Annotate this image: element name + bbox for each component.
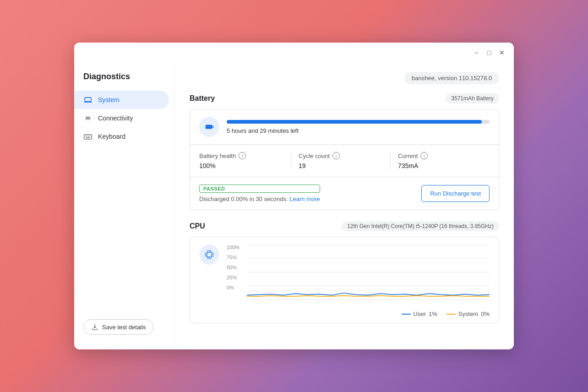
battery-time: 5 hours and 29 minutes left (227, 127, 490, 134)
cycle-count-stat: Cycle count i 19 (291, 152, 391, 169)
cpu-system-legend: System 0% (446, 310, 490, 317)
sidebar-title: Diagnostics (74, 70, 174, 91)
battery-result-row: PASSED Discharged 0.00% in 30 seconds. L… (190, 177, 499, 210)
connectivity-icon (83, 114, 93, 123)
cpu-badge: 12th Gen Intel(R) Core(TM) i5-1240P (16 … (342, 221, 499, 231)
minimize-button[interactable]: − (470, 46, 483, 59)
sidebar-item-system[interactable]: System (74, 91, 169, 109)
battery-bar-content: 5 hours and 29 minutes left (227, 120, 490, 134)
cpu-chart-labels: 100% 75% 50% 25% 0% (227, 245, 245, 290)
app-window: − □ ✕ Diagnostics System (74, 43, 514, 349)
content-area: Diagnostics System Conn (74, 63, 514, 349)
sidebar-item-connectivity[interactable]: Connectivity (74, 109, 169, 127)
battery-health-stat: Battery health i 100% (199, 152, 291, 169)
cpu-card: 100% 75% 50% 25% 0% (190, 237, 499, 323)
svg-rect-1 (85, 98, 91, 101)
main-content: banshee, version 110.15278.0 Battery 357… (175, 63, 514, 349)
passed-badge: PASSED (199, 185, 320, 193)
cpu-icon-circle (199, 245, 219, 265)
cycle-count-label: Cycle count i (299, 152, 383, 159)
cpu-user-label: User (414, 310, 426, 317)
cpu-section-header: CPU 12th Gen Intel(R) Core(TM) i5-1240P … (190, 221, 499, 231)
current-stat: Current i 735mA (391, 152, 490, 169)
svg-point-2 (87, 117, 88, 119)
cpu-title: CPU (190, 222, 205, 230)
battery-section-header: Battery 3571mAh Battery (190, 93, 499, 103)
battery-progress-fill (227, 120, 482, 124)
battery-card: 5 hours and 29 minutes left Battery heal… (190, 109, 499, 210)
titlebar: − □ ✕ (74, 43, 514, 63)
cpu-chart: 100% 75% 50% 25% 0% (227, 245, 490, 299)
battery-icon-circle (199, 117, 219, 137)
cpu-usage-chart (247, 245, 490, 297)
cpu-chart-grid (247, 245, 490, 299)
battery-result-text: Discharged 0.00% in 30 seconds. Learn mo… (199, 196, 320, 202)
battery-health-info-icon[interactable]: i (239, 152, 246, 159)
sidebar-connectivity-label: Connectivity (98, 114, 133, 122)
current-label: Current i (398, 152, 482, 159)
sidebar-footer: Save test details (74, 312, 174, 342)
version-badge: banshee, version 110.15278.0 (404, 72, 499, 84)
system-legend-line (446, 314, 456, 315)
current-value: 735mA (398, 162, 482, 169)
laptop-icon (83, 95, 93, 104)
close-button[interactable]: ✕ (495, 46, 508, 59)
battery-health-label: Battery health i (199, 152, 283, 159)
maximize-button[interactable]: □ (483, 46, 495, 59)
battery-health-value: 100% (199, 162, 283, 169)
current-info-icon[interactable]: i (420, 152, 428, 159)
sidebar-keyboard-label: Keyboard (98, 133, 125, 140)
cpu-system-label: System (458, 310, 478, 317)
download-icon (91, 323, 98, 331)
cpu-icon (203, 249, 215, 261)
cpu-legend: User 1% System 0% (190, 307, 499, 323)
battery-badge: 3571mAh Battery (446, 93, 499, 103)
battery-result-left: PASSED Discharged 0.00% in 30 seconds. L… (199, 185, 320, 202)
sidebar-system-label: System (98, 96, 120, 103)
keyboard-icon (83, 132, 93, 141)
svg-rect-9 (206, 125, 212, 129)
battery-progress-bar (227, 120, 490, 124)
save-button-label: Save test details (102, 324, 146, 331)
cpu-user-legend: User 1% (402, 310, 437, 317)
battery-bar-row: 5 hours and 29 minutes left (190, 109, 499, 145)
battery-title: Battery (190, 94, 215, 103)
cycle-count-info-icon[interactable]: i (332, 152, 340, 159)
battery-icon (204, 122, 214, 132)
cpu-chart-area: 100% 75% 50% 25% 0% (190, 237, 499, 307)
battery-stats: Battery health i 100% Cycle count i 19 (190, 145, 499, 177)
cpu-user-value: 1% (429, 310, 437, 317)
cycle-count-value: 19 (299, 162, 383, 169)
learn-more-link[interactable]: Learn more (289, 196, 320, 202)
user-legend-line (402, 314, 411, 315)
sidebar-item-keyboard[interactable]: Keyboard (74, 127, 169, 146)
save-test-details-button[interactable]: Save test details (83, 319, 153, 335)
sidebar: Diagnostics System Conn (74, 63, 175, 349)
svg-rect-3 (84, 135, 92, 139)
run-discharge-test-button[interactable]: Run Discharge test (421, 185, 490, 202)
cpu-system-value: 0% (481, 310, 490, 317)
svg-rect-10 (207, 252, 212, 257)
